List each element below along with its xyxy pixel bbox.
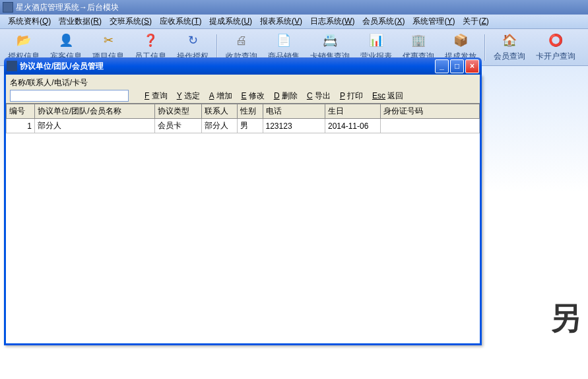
action-button[interactable]: C 导出 xyxy=(307,90,331,102)
close-button[interactable]: × xyxy=(465,59,479,73)
column-header[interactable]: 身份证号码 xyxy=(380,104,479,119)
column-header[interactable]: 联系人 xyxy=(202,104,238,119)
column-header[interactable]: 电话 xyxy=(263,104,325,119)
child-window: 协议单位/团队/会员管理 _ □ × 名称/联系人/电话/卡号 F 查询Y 选定… xyxy=(4,75,482,345)
data-table: 编号协议单位/团队/会员名称协议类型联系人性别电话生日身份证号码 1部分人会员卡… xyxy=(6,104,480,133)
table-wrap[interactable]: 编号协议单位/团队/会员名称协议类型联系人性别电话生日身份证号码 1部分人会员卡… xyxy=(6,104,480,343)
toolbar-icon: ❓ xyxy=(143,32,158,48)
table-cell xyxy=(380,119,479,133)
child-window-title: 协议单位/团队/会员管理 xyxy=(20,61,435,72)
toolbar-button[interactable]: ⭕卡开户查询 xyxy=(531,31,581,64)
toolbar-icon: 📇 xyxy=(322,32,338,48)
action-panel: 名称/联系人/电话/卡号 F 查询Y 选定A 增加E 修改D 删除C 导出P 打… xyxy=(6,75,480,104)
toolbar-icon: 📄 xyxy=(276,32,292,48)
column-header[interactable]: 性别 xyxy=(237,104,263,119)
menu-item[interactable]: 系统资料(Q) xyxy=(4,15,55,28)
table-header-row: 编号协议单位/团队/会员名称协议类型联系人性别电话生日身份证号码 xyxy=(7,104,480,119)
column-header[interactable]: 协议类型 xyxy=(155,104,202,119)
window-buttons: _ □ × xyxy=(435,59,479,73)
menu-item[interactable]: 营业数据(R) xyxy=(55,15,106,28)
toolbar-label: 卡开户查询 xyxy=(536,51,575,62)
table-cell: 部分人 xyxy=(202,119,238,133)
toolbar-icon: 📂 xyxy=(16,32,32,48)
menubar: 系统资料(Q)营业数据(R)交班系统(S)应收系统(T)提成系统(U)报表系统(… xyxy=(0,15,588,29)
toolbar-icon: ↻ xyxy=(185,32,201,48)
menu-item[interactable]: 会员系统(X) xyxy=(358,15,408,28)
toolbar-icon: 🏠 xyxy=(502,32,517,48)
toolbar-icon: 📦 xyxy=(453,32,469,48)
action-button[interactable]: A 增加 xyxy=(209,90,232,102)
table-row[interactable]: 1部分人会员卡部分人男1231232014-11-06 xyxy=(7,119,480,133)
action-button[interactable]: Y 选定 xyxy=(177,90,200,102)
main-title: 星火酒店管理系统→后台模块 xyxy=(16,2,119,13)
search-label: 名称/联系人/电话/卡号 xyxy=(10,77,476,88)
table-cell: 2014-11-06 xyxy=(325,119,380,133)
table-cell: 会员卡 xyxy=(155,119,202,133)
background-decorative-text: 另 xyxy=(550,297,581,339)
main-titlebar: 星火酒店管理系统→后台模块 xyxy=(0,0,588,15)
search-input[interactable] xyxy=(10,90,129,102)
toolbar-icon: 📊 xyxy=(368,32,384,48)
table-body: 1部分人会员卡部分人男1231232014-11-06 xyxy=(7,119,480,133)
column-header[interactable]: 协议单位/团队/会员名称 xyxy=(34,104,154,119)
menu-item[interactable]: 日志系统(W) xyxy=(306,15,358,28)
table-cell: 123123 xyxy=(263,119,325,133)
toolbar-icon: 🏢 xyxy=(410,32,426,48)
action-button[interactable]: D 删除 xyxy=(274,90,298,102)
menu-item[interactable]: 报表系统(V) xyxy=(256,15,306,28)
table-cell: 1 xyxy=(7,119,35,133)
action-button[interactable]: Esc 返回 xyxy=(372,90,403,102)
action-buttons: F 查询Y 选定A 增加E 修改D 删除C 导出P 打印Esc 返回 xyxy=(145,90,403,102)
menu-item[interactable]: 系统管理(Y) xyxy=(408,15,459,28)
menu-item[interactable]: 应收系统(T) xyxy=(156,15,205,28)
menu-item[interactable]: 关于(Z) xyxy=(459,15,492,28)
toolbar-icon: ⭕ xyxy=(548,32,564,48)
child-window-icon xyxy=(7,61,17,71)
action-button[interactable]: P 打印 xyxy=(340,90,363,102)
column-header[interactable]: 编号 xyxy=(7,104,35,119)
toolbar-icon: 🖨 xyxy=(234,32,249,48)
toolbar-icon: ✂ xyxy=(100,32,116,48)
menu-item[interactable]: 提成系统(U) xyxy=(205,15,256,28)
toolbar-button[interactable]: 🏠会员查询 xyxy=(488,31,531,64)
table-cell: 部分人 xyxy=(34,119,154,133)
minimize-button[interactable]: _ xyxy=(435,59,449,73)
toolbar-label: 会员查询 xyxy=(494,51,525,62)
child-titlebar[interactable]: 协议单位/团队/会员管理 _ □ × xyxy=(4,57,482,75)
app-icon xyxy=(3,2,13,13)
action-button[interactable]: F 查询 xyxy=(145,90,168,102)
maximize-button[interactable]: □ xyxy=(450,59,464,73)
toolbar-separator xyxy=(216,34,218,61)
action-button[interactable]: E 修改 xyxy=(242,90,265,102)
toolbar-icon: 👤 xyxy=(58,32,74,48)
toolbar-separator xyxy=(484,34,486,61)
column-header[interactable]: 生日 xyxy=(325,104,380,119)
menu-item[interactable]: 交班系统(S) xyxy=(106,15,156,28)
table-cell: 男 xyxy=(237,119,263,133)
